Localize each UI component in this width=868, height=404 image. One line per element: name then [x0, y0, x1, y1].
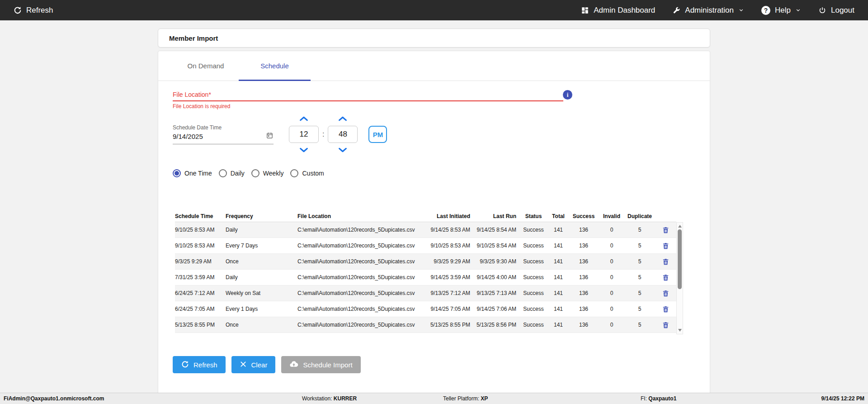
cell-last-initiated: 9/3/25 9:29 AM: [422, 258, 473, 265]
tab-schedule[interactable]: Schedule: [239, 51, 311, 81]
cell-invalid: 0: [599, 242, 625, 249]
cell-invalid: 0: [599, 227, 625, 233]
topbar-refresh-button[interactable]: Refresh: [13, 6, 53, 15]
radio-weekly[interactable]: Weekly: [251, 169, 284, 177]
cell-schedule-time: 6/24/25 7:12 AM: [175, 290, 226, 296]
cell-file-location: C:\email\Automation\120records_5Dupicate…: [297, 322, 422, 328]
cell-last-run: 9/13/25 7:13 AM: [473, 290, 519, 296]
delete-row-button[interactable]: [661, 320, 670, 330]
delete-row-button[interactable]: [661, 257, 670, 266]
scroll-down-arrow-icon[interactable]: [678, 329, 682, 332]
table-row: 6/24/25 7:05 AM Every 1 Days C:\email\Au…: [175, 301, 676, 317]
file-location-underline: [173, 100, 563, 101]
cell-success: 136: [569, 290, 599, 296]
cell-schedule-time: 9/3/25 9:29 AM: [175, 258, 226, 265]
schedule-tab-panel: File Location* File Location is required…: [158, 91, 710, 373]
cell-total: 141: [548, 322, 569, 328]
dashboard-grid-icon: [581, 6, 589, 14]
status-workstation-label: Workstation:: [302, 395, 334, 402]
cell-last-initiated: 9/14/25 7:05 AM: [422, 306, 473, 312]
minute-down-button[interactable]: [336, 147, 349, 154]
radio-one-time[interactable]: One Time: [173, 169, 212, 177]
radio-daily-label: Daily: [231, 170, 245, 177]
cell-file-location: C:\email\Automation\120records_5Dupicate…: [297, 306, 422, 312]
page-content: Member Import On Demand Schedule File Lo…: [158, 29, 710, 393]
meridiem-toggle-button[interactable]: PM: [368, 126, 387, 143]
info-icon[interactable]: i: [563, 90, 572, 100]
clear-button[interactable]: Clear: [231, 356, 276, 373]
cell-duplicate: 5: [625, 274, 655, 280]
refresh-button[interactable]: Refresh: [173, 356, 226, 373]
status-workstation: Workstation: KURRER: [302, 393, 357, 404]
scroll-up-arrow-icon[interactable]: [678, 225, 682, 228]
cell-status: Success: [519, 227, 548, 233]
cell-frequency: Daily: [226, 227, 297, 233]
cell-file-location: C:\email\Automation\120records_5Dupicate…: [297, 227, 422, 233]
cell-invalid: 0: [599, 306, 625, 312]
hour-input[interactable]: 12: [289, 126, 319, 143]
member-import-card: On Demand Schedule File Location* File L…: [158, 51, 710, 393]
admin-dashboard-button[interactable]: Admin Dashboard: [581, 6, 655, 15]
cell-success: 136: [569, 322, 599, 328]
radio-custom[interactable]: Custom: [290, 169, 324, 177]
delete-row-button[interactable]: [661, 289, 670, 298]
schedule-date-value[interactable]: 9/14/2025: [173, 133, 203, 140]
chevron-down-icon: [738, 7, 744, 13]
tab-bar: On Demand Schedule: [158, 51, 710, 81]
cell-success: 136: [569, 274, 599, 280]
hour-up-button[interactable]: [297, 115, 311, 122]
administration-label: Administration: [685, 6, 734, 15]
scrollbar-thumb[interactable]: [678, 229, 682, 289]
tab-on-demand[interactable]: On Demand: [173, 51, 239, 81]
cell-success: 136: [569, 227, 599, 233]
clear-button-label: Clear: [251, 361, 268, 369]
help-menu[interactable]: ? Help: [761, 6, 801, 15]
cell-last-run: 9/10/25 8:54 AM: [473, 242, 519, 249]
hour-down-button[interactable]: [297, 147, 311, 154]
cell-schedule-time: 6/24/25 7:05 AM: [175, 306, 226, 312]
recurrence-radio-group: One Time Daily Weekly Custom: [173, 169, 695, 177]
topbar-refresh-label: Refresh: [26, 6, 53, 15]
cell-invalid: 0: [599, 290, 625, 296]
cell-file-location: C:\email\Automation\120records_5Dupicate…: [297, 242, 422, 249]
delete-row-button[interactable]: [661, 273, 670, 282]
cloud-upload-icon: [289, 360, 298, 370]
delete-row-button[interactable]: [661, 241, 670, 251]
page-title-card: Member Import: [158, 29, 710, 48]
minute-up-button[interactable]: [336, 115, 349, 122]
radio-circle-icon: [290, 169, 298, 177]
cell-last-initiated: 9/13/25 7:12 AM: [422, 290, 473, 296]
cell-last-initiated: 9/10/25 8:53 AM: [422, 242, 473, 249]
table-header-row: Schedule Time Frequency File Location La…: [175, 210, 676, 222]
logout-button[interactable]: Logout: [818, 6, 854, 15]
radio-circle-icon: [251, 169, 259, 177]
status-fi-label: FI:: [641, 395, 648, 402]
col-file-location: File Location: [297, 213, 422, 219]
close-icon: [240, 361, 247, 369]
minute-input[interactable]: 48: [328, 126, 358, 143]
schedule-date-field[interactable]: Schedule Date Time 9/14/2025: [173, 124, 274, 144]
status-fi: FI: Qaxpauto1: [641, 393, 676, 404]
status-bar: FiAdmin@Qaxpauto1.onmicrosoft.com Workst…: [0, 393, 868, 404]
table-scrollbar[interactable]: [676, 222, 683, 334]
col-invalid: Invalid: [599, 213, 625, 219]
col-schedule-time: Schedule Time: [175, 213, 226, 219]
help-icon: ?: [761, 6, 770, 15]
administration-menu[interactable]: Administration: [672, 6, 744, 15]
cell-total: 141: [548, 258, 569, 265]
cell-last-initiated: 9/14/25 3:59 AM: [422, 274, 473, 280]
cell-total: 141: [548, 274, 569, 280]
schedule-import-button[interactable]: Schedule Import: [281, 356, 360, 373]
schedule-table: Schedule Time Frequency File Location La…: [175, 210, 676, 334]
cell-frequency: Every 1 Days: [226, 306, 297, 312]
status-workstation-value: KURRER: [334, 395, 357, 402]
calendar-icon[interactable]: [266, 132, 274, 141]
file-location-field[interactable]: File Location* File Location is required…: [173, 91, 563, 109]
radio-daily[interactable]: Daily: [219, 169, 245, 177]
delete-row-button[interactable]: [661, 304, 670, 314]
cell-status: Success: [519, 306, 548, 312]
radio-custom-label: Custom: [302, 170, 324, 177]
delete-row-button[interactable]: [661, 225, 670, 235]
cell-schedule-time: 7/31/25 3:59 AM: [175, 274, 226, 280]
status-user: FiAdmin@Qaxpauto1.onmicrosoft.com: [4, 393, 104, 404]
